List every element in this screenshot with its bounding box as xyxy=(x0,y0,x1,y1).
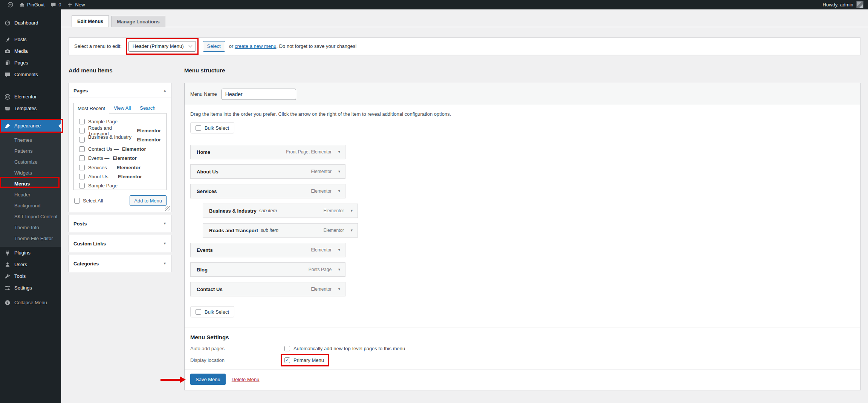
menu-item-label: Services xyxy=(197,188,217,194)
sidebar-item[interactable]: Settings xyxy=(0,282,61,294)
menu-item[interactable]: Contact Us Elementor ▼ xyxy=(190,282,345,296)
chevron-down-icon[interactable]: ▼ xyxy=(338,150,341,154)
page-checklist-item: Sample Page xyxy=(74,181,166,190)
sidebar-item[interactable]: Users xyxy=(0,259,61,270)
chevron-down-icon[interactable]: ▼ xyxy=(338,248,341,252)
media-icon xyxy=(5,48,11,54)
chevron-down-icon[interactable]: ▼ xyxy=(338,170,341,173)
auto-add-checkbox[interactable] xyxy=(284,346,290,351)
accordion-header[interactable]: Posts ▼ xyxy=(69,215,171,232)
page-checkbox[interactable] xyxy=(79,155,85,161)
dashboard-icon xyxy=(5,20,11,26)
accordion-header[interactable]: Categories ▼ xyxy=(69,255,171,272)
sidebar-item-label: Tools xyxy=(14,273,26,279)
bulk-select-checkbox[interactable] xyxy=(196,309,201,315)
page-title: About Us — xyxy=(88,174,115,179)
select-all-checkbox[interactable] xyxy=(74,198,80,204)
menu-select-dropdown[interactable]: Header (Primary Menu) xyxy=(128,41,196,52)
bulk-select-toggle[interactable]: Bulk Select xyxy=(190,306,234,317)
menu-item-label: Roads and Transport xyxy=(209,228,258,233)
sidebar-item[interactable]: Posts xyxy=(0,34,61,45)
sidebar-item[interactable]: Templates xyxy=(0,103,61,114)
submenu-item[interactable]: Patterns xyxy=(0,146,61,156)
page-checkbox[interactable] xyxy=(79,183,85,188)
page-checkbox[interactable] xyxy=(79,165,85,170)
chevron-up-icon[interactable]: ▲ xyxy=(163,89,167,92)
submenu-item[interactable]: Widgets xyxy=(0,167,61,178)
menu-item[interactable]: Business & Industry sub item Elementor ▼ xyxy=(203,204,358,218)
page-checkbox[interactable] xyxy=(79,119,85,124)
menu-item[interactable]: Services Elementor ▼ xyxy=(190,184,345,198)
sidebar-item[interactable]: Elementor xyxy=(0,91,61,103)
page-title: Contact Us — xyxy=(88,146,119,152)
create-menu-text: or create a new menu. Do not forget to s… xyxy=(229,43,357,49)
bulk-select-checkbox[interactable] xyxy=(196,125,201,131)
menu-actions-footer: Save Menu Delete Menu xyxy=(185,369,860,390)
chevron-down-icon[interactable]: ▼ xyxy=(350,228,353,232)
chevron-down-icon[interactable]: ▼ xyxy=(163,222,167,225)
tab-manage-locations[interactable]: Manage Locations xyxy=(111,16,165,27)
page-checkbox[interactable] xyxy=(79,146,85,152)
menu-item[interactable]: Events Elementor ▼ xyxy=(190,243,345,257)
sidebar-item[interactable]: Plugins xyxy=(0,247,61,259)
pages-panel-header[interactable]: Pages ▲ xyxy=(69,83,171,98)
delete-menu-link[interactable]: Delete Menu xyxy=(232,377,260,382)
avatar[interactable] xyxy=(856,1,863,8)
tab-most-recent[interactable]: Most Recent xyxy=(73,103,109,113)
menu-name-input[interactable] xyxy=(222,89,296,100)
submenu-item[interactable]: Background xyxy=(0,200,61,211)
submenu-item[interactable]: Customize xyxy=(0,156,61,167)
menu-item[interactable]: Roads and Transport sub item Elementor ▼ xyxy=(203,223,358,238)
sidebar-item-label: Settings xyxy=(14,285,32,291)
sidebar-item[interactable]: Comments xyxy=(0,69,61,80)
site-link[interactable]: PinGovt xyxy=(16,0,47,9)
wordpress-logo-icon xyxy=(8,2,13,8)
page-checkbox[interactable] xyxy=(79,174,85,179)
page-checklist-item: About Us — Elementor xyxy=(74,172,166,181)
submenu-item[interactable]: Theme File Editor xyxy=(0,233,61,244)
bulk-select-toggle[interactable]: Bulk Select xyxy=(190,122,234,133)
menu-item-label: Events xyxy=(197,247,213,253)
new-content-menu[interactable]: New xyxy=(64,0,88,9)
submenu-item[interactable]: SKT Import Content xyxy=(0,211,61,222)
tab-edit-menus[interactable]: Edit Menus xyxy=(72,15,109,27)
sidebar-item[interactable]: Collapse Menu xyxy=(0,297,61,308)
page-title: Business & Industry — xyxy=(88,134,133,146)
accordion-header[interactable]: Custom Links ▼ xyxy=(69,235,171,252)
resize-handle[interactable] xyxy=(165,206,170,211)
chevron-down-icon[interactable]: ▼ xyxy=(338,189,341,193)
page-title: Events — xyxy=(88,155,109,161)
submenu-item[interactable]: Header xyxy=(0,189,61,200)
chevron-down-icon[interactable]: ▼ xyxy=(163,262,167,265)
tab-view-all[interactable]: View All xyxy=(109,103,135,113)
add-to-menu-button[interactable]: Add to Menu xyxy=(130,195,167,206)
chevron-down-icon[interactable]: ▼ xyxy=(338,268,341,271)
chevron-down-icon[interactable]: ▼ xyxy=(163,242,167,245)
submenu-item[interactable]: Themes xyxy=(0,135,61,146)
save-menu-button[interactable]: Save Menu xyxy=(190,374,226,385)
howdy-text[interactable]: Howdy, admin xyxy=(823,2,853,8)
create-new-menu-link[interactable]: create a new menu xyxy=(235,43,277,49)
sidebar-item[interactable]: Tools xyxy=(0,270,61,282)
sidebar-item[interactable]: Media xyxy=(0,45,61,57)
comments-shortcut[interactable]: 0 xyxy=(47,0,64,9)
chevron-down-icon[interactable]: ▼ xyxy=(338,287,341,291)
menu-item[interactable]: About Us Elementor ▼ xyxy=(190,164,345,179)
plugins-icon xyxy=(5,250,11,256)
page-checkbox[interactable] xyxy=(79,137,85,143)
tab-search[interactable]: Search xyxy=(135,103,160,113)
sidebar-item[interactable]: Dashboard xyxy=(0,17,61,29)
select-button[interactable]: Select xyxy=(203,41,225,52)
menu-item[interactable]: Blog Posts Page ▼ xyxy=(190,262,345,277)
submenu-item[interactable]: Menus xyxy=(0,178,61,189)
wordpress-menu[interactable] xyxy=(5,0,16,9)
primary-menu-checkbox[interactable] xyxy=(284,357,290,363)
menu-item-type: Elementor xyxy=(311,247,332,253)
sidebar-item[interactable]: Pages xyxy=(0,57,61,69)
submenu-item[interactable]: Theme Info xyxy=(0,222,61,233)
add-menu-items-title: Add menu items xyxy=(69,67,171,74)
chevron-down-icon[interactable]: ▼ xyxy=(350,209,353,213)
menu-item[interactable]: Home Front Page, Elementor ▼ xyxy=(190,145,345,159)
page-checkbox[interactable] xyxy=(79,128,85,133)
sidebar-item-appearance[interactable]: Appearance xyxy=(0,120,61,132)
